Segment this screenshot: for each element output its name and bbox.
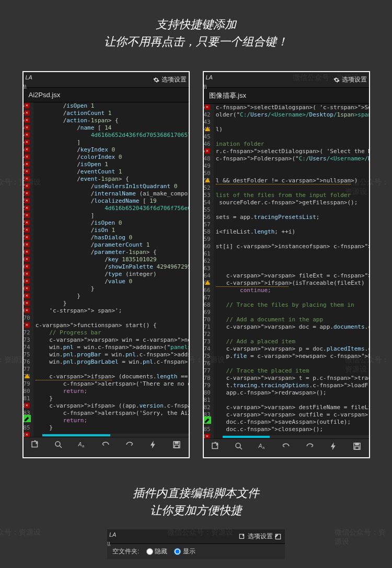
horizontal-scrollbar[interactable] — [223, 435, 369, 438]
code-line: 84 doc.c-fnspan>">saveAsspan>(outfile); — [204, 419, 369, 426]
redo-icon[interactable] — [303, 441, 317, 456]
export-icon[interactable] — [28, 439, 42, 454]
code-line: 74 c-varspan>">varspan> p = doc.placedIt… — [204, 345, 369, 353]
error-marker-icon: ✕ — [25, 213, 30, 218]
code-line: 78 c-varspan>">varspan> t = p.c-fnspan>"… — [204, 375, 369, 382]
error-marker-icon: ✕ — [205, 105, 210, 110]
code-line: 49✕ /isOpen 1 — [24, 161, 189, 168]
redo-icon[interactable] — [122, 439, 137, 454]
code-line: 59✕ /hasDialog 0 — [24, 234, 189, 241]
code-line: 80 return; — [24, 388, 189, 395]
horizontal-scrollbar[interactable] — [42, 434, 189, 437]
bottom-toolbar: Aa — [24, 437, 189, 456]
panel-titlebar: LA\\ 选项设置 — [204, 72, 369, 88]
code-line: 68✕ } — [24, 300, 189, 307]
code-line: 79 c-fnspan>">alertspan>('There are no d… — [24, 380, 189, 388]
code-line: 48✕ /colorIndex 0 — [24, 154, 189, 161]
code-line: 83 c-fnspan>">alertspan>('Sorry, the Ai2… — [24, 410, 189, 417]
panel-titlebar: LA\\ 选项设置 — [107, 529, 285, 544]
error-marker-icon: ✕ — [25, 264, 30, 269]
svg-text:A: A — [78, 441, 82, 447]
error-marker-icon: ✕ — [25, 322, 30, 328]
code-line: 51l && destFolder != c-varspan>">nullspa… — [204, 177, 369, 184]
save-icon[interactable] — [350, 441, 364, 456]
error-marker-icon: ✕ — [25, 432, 30, 437]
error-marker-icon: ✕ — [25, 183, 30, 189]
radio-show[interactable]: 显示 — [174, 548, 195, 555]
search-icon[interactable] — [232, 441, 246, 456]
error-marker-icon: ✕ — [25, 293, 30, 298]
code-editor[interactable]: 41✕c-fnspan>">selectDialogspan>( 'c-strs… — [204, 104, 369, 438]
code-line: 53list of the files from the input folde… — [204, 192, 369, 199]
error-marker-icon: ✕ — [25, 198, 30, 203]
error-marker-icon: ✕ — [25, 227, 30, 233]
bottom-toolbar: Aa — [204, 438, 369, 457]
svg-text:a: a — [82, 443, 85, 448]
code-line: 82✕ c-varspan>">ifspan> ((app.version.c-… — [24, 402, 189, 410]
svg-rect-12 — [355, 443, 359, 445]
code-line: 71✕c-varspan>">functionspan> start() { — [24, 322, 189, 329]
options-button[interactable]: 选项设置 — [333, 75, 366, 84]
code-line: 54✕ /localizedName [ 19 — [24, 198, 189, 205]
options-button[interactable]: 选项设置 — [238, 532, 282, 541]
code-line: 51✕ /event-1span> { — [24, 176, 189, 183]
search-icon[interactable] — [51, 439, 66, 454]
save-icon[interactable] — [169, 439, 184, 454]
header-text: 支持快捷键添加 让你不用再点击，只要一个组合键！ — [0, 0, 392, 71]
code-line: 45 — [204, 133, 369, 141]
error-marker-icon: ✕ — [25, 235, 30, 240]
code-line: 64 c-varspan>">varspan> fileExt = c-fnsp… — [204, 272, 369, 280]
code-line: 64✕ /type (integer) — [24, 271, 189, 278]
code-line: 46✕ ] — [24, 139, 189, 146]
error-marker-icon: ✕ — [25, 242, 30, 247]
warning-marker-icon — [205, 126, 210, 131]
watermark: 微信公众号：资源设 — [335, 528, 392, 547]
error-marker-icon: ✕ — [25, 154, 30, 159]
svg-rect-6 — [175, 445, 179, 447]
font-icon[interactable]: Aa — [255, 441, 270, 456]
code-line: 81 } — [24, 395, 189, 402]
code-line: 85 } — [24, 424, 189, 432]
warning-marker-icon — [205, 280, 210, 285]
code-line: 60st[i] c-varspan>">instanceofspan> c-fn… — [204, 243, 369, 250]
undo-icon[interactable] — [279, 441, 293, 456]
code-line: 56sets = app.tracingPresetsList; — [204, 214, 369, 221]
error-marker-icon: ✕ — [25, 161, 30, 167]
error-marker-icon: ✕ — [25, 249, 30, 254]
code-line: 42older("C:/Users/<Username>/Desktop/1sp… — [204, 111, 369, 119]
code-line: 85 doc.c-fnspan>">closespan>(); — [204, 426, 369, 433]
warning-marker-icon — [25, 374, 30, 378]
error-marker-icon: ✕ — [25, 118, 30, 123]
code-line: 65 c-varspan>">ifspan>(isTraceable(fileE… — [204, 280, 369, 287]
code-line: 44✕ /name [ 14 — [24, 124, 189, 132]
font-icon[interactable]: Aa — [75, 439, 89, 454]
code-line: 63 — [204, 265, 369, 272]
code-line: 45✕ 4d616b652d436f6d70536861706573 — [24, 132, 189, 139]
code-line: 74 win.pnl = win.c-fnspan>">addspan>("pa… — [24, 344, 189, 351]
bolt-icon[interactable] — [326, 441, 341, 456]
export-icon[interactable] — [208, 441, 223, 456]
error-marker-icon: ✕ — [25, 220, 30, 225]
bolt-icon[interactable] — [146, 439, 160, 454]
code-line: 42✕ /actionCount 1 — [24, 110, 189, 117]
code-line: 57 — [204, 221, 369, 228]
error-marker-icon: ✕ — [25, 169, 30, 174]
error-marker-icon: ✕ — [25, 176, 30, 181]
right-panel: LA\\ 选项设置 图像描摹.jsx 41✕c-fnspan>">selectD… — [203, 71, 370, 458]
code-line: 84 return; — [24, 417, 189, 424]
radio-hide[interactable]: 隐藏 — [146, 548, 167, 555]
svg-point-1 — [55, 442, 60, 446]
error-marker-icon: ✕ — [25, 257, 30, 262]
error-marker-icon: ✕ — [205, 434, 210, 438]
code-line: 50✕ /eventCount 1 — [24, 168, 189, 176]
code-editor[interactable]: 41✕ /isOpen 142✕ /actionCount 143✕ /acti… — [24, 102, 189, 437]
code-line: 49 — [204, 163, 369, 170]
svg-rect-5 — [175, 442, 178, 444]
code-line: 44l) — [204, 126, 369, 133]
edit-marker-icon — [204, 416, 211, 424]
options-button[interactable]: 选项设置 — [153, 75, 186, 84]
svg-text:A: A — [258, 443, 262, 449]
code-line: 62 — [204, 258, 369, 265]
undo-icon[interactable] — [98, 439, 113, 454]
code-line: 73 c-varspan>">varspan> win = c-varspan>… — [24, 337, 189, 344]
